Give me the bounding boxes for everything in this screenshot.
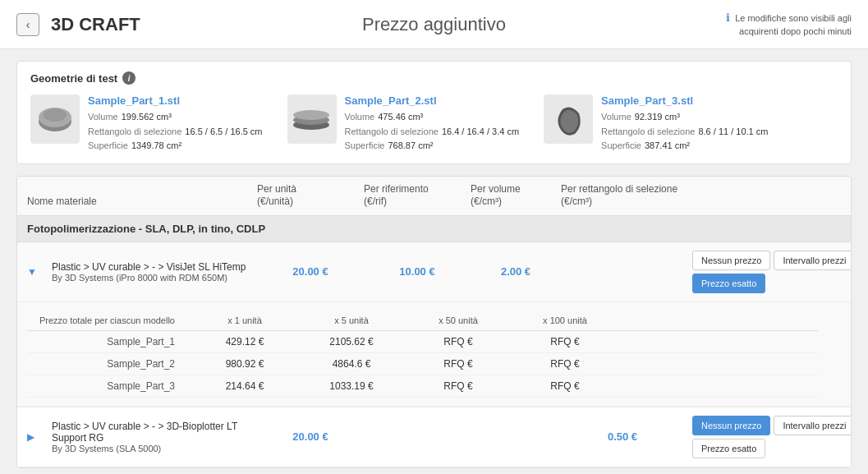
part-info-2: Sample_Part_2.stl Volume475.46 cm³ Retta… xyxy=(345,94,520,154)
price-per-unit-1: 20.00 € xyxy=(257,265,364,278)
header-notice: ℹ Le modifiche sono visibili agli acquir… xyxy=(687,11,852,39)
rect-value-3: 8.6 / 11 / 10.1 cm xyxy=(698,127,768,136)
surf-label-3: Superficie xyxy=(601,140,641,150)
header: ‹ 3D CRAFT Prezzo aggiuntivo ℹ Le modifi… xyxy=(0,0,868,49)
material-sub-name-1: By 3D Systems (iPro 8000 with RDM 650M) xyxy=(52,273,257,283)
part-item-3: Sample_Part_3.stl Volume92.319 cm³ Retta… xyxy=(544,94,768,154)
br-x5-2: 4864.6 € xyxy=(298,358,405,370)
col-per-rect-sub: (€/cm³) xyxy=(561,196,592,207)
vol-label-2: Volume xyxy=(345,112,375,122)
part-info-3: Sample_Part_3.stl Volume92.319 cm³ Retta… xyxy=(601,94,768,154)
btn-esatto-2[interactable]: Prezzo esatto xyxy=(692,439,765,458)
price-per-unit-2: 20.00 € xyxy=(257,430,364,443)
part-thumb-2 xyxy=(287,94,337,144)
btn-esatto-1[interactable]: Prezzo esatto xyxy=(692,274,765,293)
price-per-ref-1: 10.00 € xyxy=(364,265,471,278)
br-name-3: Sample_Part_3 xyxy=(27,380,191,392)
vol-label-3: Volume xyxy=(601,112,631,122)
rect-value-2: 16.4 / 16.4 / 3.4 cm xyxy=(442,127,519,136)
br-x50-3: RFQ € xyxy=(405,380,512,392)
material-main-2: ▶ Plastic > UV curable > - > 3D-Bioplott… xyxy=(17,407,851,467)
br-x100-1: RFQ € xyxy=(512,336,618,347)
col-per-unit-label: Per unità xyxy=(257,183,296,195)
material-row-2: ▶ Plastic > UV curable > - > 3D-Bioplott… xyxy=(17,407,851,467)
part-item-1: Sample_Part_1.stl Volume199.562 cm³ Rett… xyxy=(30,94,263,154)
material-main-1: ▼ Plastic > UV curable > - > VisiJet SL … xyxy=(17,242,851,301)
geometrie-card: Geometrie di test i Sample_Part_1.stl Vo… xyxy=(16,61,852,164)
notice-text: Le modifiche sono visibili agli acquiren… xyxy=(735,13,852,36)
app-title: 3D CRAFT xyxy=(51,14,140,35)
parts-row: Sample_Part_1.stl Volume199.562 cm³ Rett… xyxy=(30,94,838,154)
part-link-3[interactable]: Sample_Part_3.stl xyxy=(601,94,693,107)
br-name-1: Sample_Part_1 xyxy=(27,336,191,347)
geometrie-title: Geometrie di test i xyxy=(30,71,838,85)
rect-value-1: 16.5 / 6.5 / 16.5 cm xyxy=(185,127,262,136)
bh-col-x100: x 100 unità xyxy=(512,315,618,325)
part-info-1: Sample_Part_1.stl Volume199.562 cm³ Rett… xyxy=(88,94,263,154)
br-x100-2: RFQ € xyxy=(512,358,618,370)
bh-col-x1: x 1 unità xyxy=(191,315,298,325)
surf-label-1: Superficie xyxy=(88,140,128,150)
info-icon: ℹ xyxy=(726,12,730,24)
br-x50-1: RFQ € xyxy=(405,336,512,347)
price-actions-2: Nessun prezzo Intervallo prezzi Prezzo e… xyxy=(684,416,852,458)
col-per-ref-sub: (€/rif) xyxy=(364,196,387,207)
svg-point-5 xyxy=(293,110,329,120)
btn-nessun-2[interactable]: Nessun prezzo xyxy=(692,416,770,435)
br-x50-2: RFQ € xyxy=(405,358,512,370)
vol-value-2: 475.46 cm³ xyxy=(378,112,423,122)
part-meta-1: Volume199.562 cm³ Rettangolo di selezion… xyxy=(88,110,263,154)
br-x1-1: 429.12 € xyxy=(191,336,298,347)
surf-label-2: Superficie xyxy=(345,140,385,150)
price-per-vol-1: 2.00 € xyxy=(471,265,561,278)
vol-label-1: Volume xyxy=(88,112,118,122)
back-button[interactable]: ‹ xyxy=(16,13,39,36)
part-thumb-1 xyxy=(30,94,80,144)
toggle-expand-1[interactable]: ▼ xyxy=(27,266,52,278)
breakdown-1: Prezzo totale per ciascun modello x 1 un… xyxy=(17,301,851,406)
br-x5-3: 1033.19 € xyxy=(298,380,405,392)
col-per-vol-label: Per volume xyxy=(471,183,521,195)
material-row-1: ▼ Plastic > UV curable > - > VisiJet SL … xyxy=(17,242,851,407)
geometrie-info-icon[interactable]: i xyxy=(122,71,135,85)
page-title: Prezzo aggiuntivo xyxy=(362,14,506,35)
vol-value-3: 92.319 cm³ xyxy=(635,112,680,122)
table-header: Nome materiale Per unità (€/unità) Per r… xyxy=(17,177,851,216)
rect-label-3: Rettangolo di selezione xyxy=(601,127,695,136)
btn-intervallo-1[interactable]: Intervallo prezzi xyxy=(774,251,852,270)
svg-point-2 xyxy=(44,108,67,122)
col-per-ref-label: Per riferimento xyxy=(364,183,429,195)
br-name-2: Sample_Part_2 xyxy=(27,358,191,370)
btn-intervallo-2[interactable]: Intervallo prezzi xyxy=(774,416,852,435)
bh-col-name: Prezzo totale per ciascun modello xyxy=(27,315,191,325)
toggle-expand-2[interactable]: ▶ xyxy=(27,431,52,443)
col-per-rect: Per rettangolo di selezione (€/cm³) xyxy=(561,183,684,209)
part-thumb-3 xyxy=(544,94,593,144)
part-meta-2: Volume475.46 cm³ Rettangolo di selezione… xyxy=(345,110,520,154)
material-main-name-2: Plastic > UV curable > - > 3D-Bioplotter… xyxy=(52,421,257,444)
vol-value-1: 199.562 cm³ xyxy=(122,112,172,122)
material-name-1: Plastic > UV curable > - > VisiJet SL Hi… xyxy=(52,261,257,283)
br-x1-3: 214.64 € xyxy=(191,380,298,392)
material-name-2: Plastic > UV curable > - > 3D-Bioplotter… xyxy=(52,421,257,453)
part-link-1[interactable]: Sample_Part_1.stl xyxy=(88,94,180,107)
part-link-2[interactable]: Sample_Part_2.stl xyxy=(345,94,437,107)
rect-label-1: Rettangolo di selezione xyxy=(88,127,181,136)
surf-value-2: 768.87 cm² xyxy=(388,140,433,150)
br-x5-1: 2105.62 € xyxy=(298,336,405,347)
surf-value-3: 387.41 cm² xyxy=(645,140,690,150)
back-icon: ‹ xyxy=(26,18,30,31)
material-main-name-1: Plastic > UV curable > - > VisiJet SL Hi… xyxy=(52,261,257,273)
price-per-rect-2: 0.50 € xyxy=(561,430,684,443)
part-item-2: Sample_Part_2.stl Volume475.46 cm³ Retta… xyxy=(287,94,520,154)
col-material: Nome materiale xyxy=(27,196,257,209)
pricing-table: Nome materiale Per unità (€/unità) Per r… xyxy=(16,176,852,468)
col-per-ref: Per riferimento (€/rif) xyxy=(364,183,471,209)
surf-value-1: 1349.78 cm² xyxy=(131,140,181,150)
br-x1-2: 980.92 € xyxy=(191,358,298,370)
btn-nessun-1[interactable]: Nessun prezzo xyxy=(692,251,770,270)
main-content: Geometrie di test i Sample_Part_1.stl Vo… xyxy=(0,49,868,474)
col-per-unit: Per unità (€/unità) xyxy=(257,183,364,209)
material-sub-name-2: By 3D Systems (SLA 5000) xyxy=(52,444,257,453)
geometrie-title-text: Geometrie di test xyxy=(30,72,117,85)
